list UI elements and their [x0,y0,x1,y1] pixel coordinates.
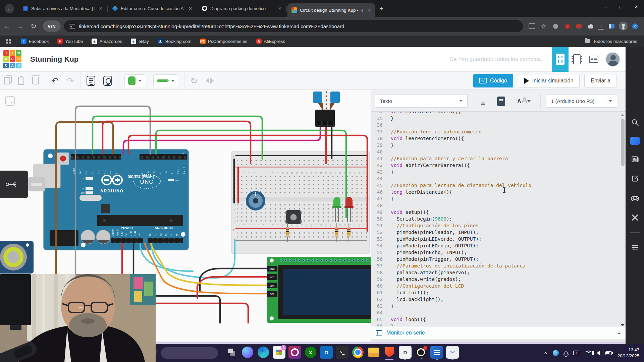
code-line-46[interactable]: 46long leerDistancia(){ [371,189,626,195]
scroll-up-icon[interactable] [621,113,624,116]
bookmark-ebay[interactable]: eeBay [131,39,149,44]
servo-motor[interactable] [313,90,340,127]
code-line-47[interactable]: 47} [371,195,626,202]
sync-check-icon[interactable] [631,22,639,31]
taskbar-icon-davinci[interactable]: D [399,346,412,359]
games-icon[interactable] [630,193,640,203]
component-list-button[interactable] [585,47,602,72]
news-icon[interactable] [630,154,640,164]
taskbar-icon-store[interactable]: 1 [273,346,285,359]
code-line-38[interactable]: 38void leerPotenciometro(){ [371,135,626,142]
taskbar-icon-media-app[interactable] [288,346,301,359]
tab-4[interactable]: Circuit design Stunning Kup - Ti✕ [287,3,375,17]
taskbar-icon-chrome[interactable] [352,347,364,358]
libraries-button[interactable] [494,95,508,108]
piezo-buzzer[interactable] [0,241,34,274]
code-line-57[interactable]: 57 //Parámetros de inicialización de la … [371,262,626,269]
tab-search-button[interactable]: ⌄ [5,4,14,13]
tab-close-icon[interactable]: ✕ [188,5,193,12]
code-line-51[interactable]: 51 //Configuración de los pines [371,222,626,229]
code-line-40[interactable]: 40 [371,148,626,155]
maximize-button[interactable]: □ [613,0,629,13]
pushbutton[interactable] [285,210,302,224]
start-simulation-button[interactable]: Iniciar simulación [518,74,580,87]
code-line-34[interactable]: 34void mostrarDistancia(){ [371,112,626,115]
tab-3[interactable]: Diagrama parking domotico✕ [198,2,286,14]
extension-circle-icon[interactable] [551,22,560,31]
mirror-button[interactable] [206,78,214,84]
code-line-54[interactable]: 54 pinMode(pinLEDrojo, OUTPUT); [371,242,626,249]
code-line-60[interactable]: 60 //Configuración del LCD [371,283,626,289]
code-line-56[interactable]: 56 pinMode(pinTrigger, OUTPUT); [371,256,626,262]
copilot-chat-icon[interactable]: ⋯ [630,137,640,145]
url-text[interactable]: tinkercad.com/things/3pY63JmtKpt-stunnin… [79,23,344,29]
close-button[interactable]: ✕ [629,0,644,13]
all-bookmarks-button[interactable]: Todos los marcadores [585,39,644,44]
code-line-39[interactable]: 39} [371,142,626,148]
mic-icon[interactable] [565,351,568,355]
code-line-61[interactable]: 61 lcd.init(); [371,289,626,296]
download-code-button[interactable]: ↓ [476,95,490,108]
code-line-64[interactable]: 64 [371,309,626,316]
annotation-button[interactable] [103,76,112,86]
bookmark-pccomponentes[interactable]: PCPcComponentes.es [200,39,248,44]
code-line-65[interactable]: 65void loop(){ [371,316,626,323]
taskbar-icon-task-view[interactable] [225,346,238,359]
taskbar-icon-outlook[interactable]: O [320,346,333,359]
tray-copilot-icon[interactable] [553,350,559,356]
battery-icon[interactable] [605,351,612,355]
bookmark-youtube[interactable]: YouTube [57,39,83,44]
taskbar-clock[interactable]: 13:47 20/12/2025 [618,347,641,359]
media-extension-icon[interactable] [575,22,583,31]
notes-button[interactable] [87,76,95,86]
bookmark-facebook[interactable]: fFacebook [21,39,49,44]
tools-icon[interactable] [630,213,640,223]
user-avatar[interactable] [605,52,620,67]
arduino-uno[interactable]: AREFGND1312~11~10~987~6~54~32TX→1RX←0 DI… [34,149,189,250]
taskbar-search[interactable] [161,347,218,359]
tab-2[interactable]: Editar curso: Curso Iniciación A✕ [108,2,196,14]
settings-sliders-icon[interactable] [630,242,640,252]
selection-tool-indicator[interactable] [5,96,15,106]
reload-button[interactable]: ↻ [27,22,40,30]
volume-icon[interactable] [597,351,600,355]
code-editor[interactable]: 34void mostrarDistancia(){35}3637//Funci… [371,112,626,329]
code-line-43[interactable]: 43} [371,169,626,175]
code-line-44[interactable]: 44 [371,175,626,182]
code-line-42[interactable]: 42void abrirYCerrarBarrera(){ [371,162,626,169]
bookmark-aliexpress[interactable]: AAliExpress [256,39,285,44]
minimize-button[interactable]: – [598,0,613,13]
taskbar-icon-obs[interactable] [415,347,427,358]
back-button[interactable]: ← [0,22,13,30]
taskbar-icon-xbox[interactable]: x [305,347,316,358]
code-line-49[interactable]: 49void setup(){ [371,209,626,216]
code-line-58[interactable]: 58 palanca.attach(pinServo); [371,269,626,276]
scrollbar-thumb[interactable] [621,119,625,166]
code-line-45[interactable]: 45//Función para lectura de distancia de… [371,182,626,189]
new-tab-button[interactable]: + [379,5,383,13]
taskbar-icon-terminal[interactable]: >_ [336,346,348,359]
code-line-41[interactable]: 41//Función para abrir y cerrar la barre… [371,155,626,162]
code-button[interactable]: </ Código [473,74,513,87]
forward-button[interactable]: → [13,22,27,30]
code-line-48[interactable]: 48 [371,202,626,209]
tab-close-icon[interactable]: ✕ [277,5,282,12]
rotate-button[interactable]: ↻ [191,76,198,85]
code-line-36[interactable]: 36 [371,122,626,128]
taskbar-icon-edge[interactable] [258,347,269,358]
code-line-52[interactable]: 52 pinMode(pinPulsador, INPUT); [371,229,626,236]
code-mode-select[interactable]: Texto [375,94,468,108]
profile-avatar-icon[interactable] [619,22,628,31]
bookmark-booking[interactable]: B.Booking.com [158,39,192,44]
profile-initials-badge[interactable]: V/N [43,20,61,32]
tab-close-icon[interactable]: ✕ [98,5,103,12]
bookmark-star-icon[interactable] [539,22,548,31]
code-line-35[interactable]: 35} [371,115,626,122]
wifi-icon[interactable] [585,351,591,355]
address-bar[interactable]: tinkercad.com/things/3pY63JmtKpt-stunnin… [64,20,523,32]
color-dropdown[interactable] [124,74,145,87]
taskbar-icon-video-editor[interactable]: ✂ [446,346,459,359]
apps-grid-icon[interactable] [6,39,11,44]
paste-button[interactable] [18,77,24,85]
copy-button[interactable] [4,77,10,84]
